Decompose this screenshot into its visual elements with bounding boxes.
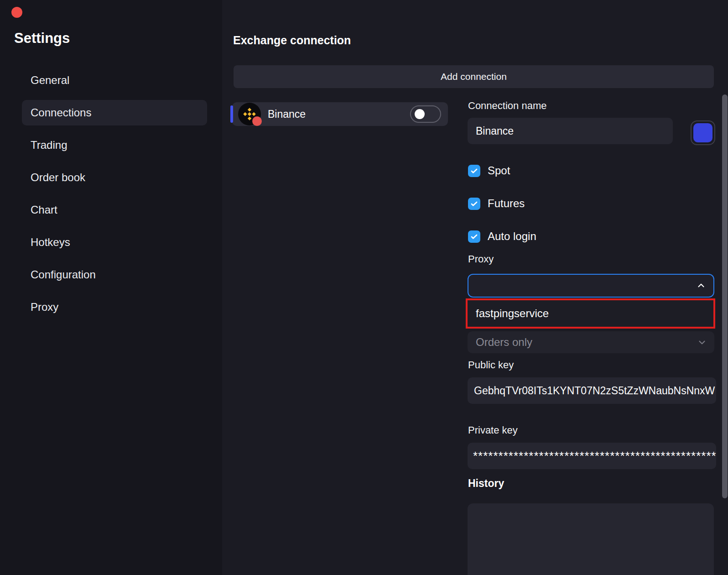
toggle-knob: [415, 109, 425, 119]
sidebar-nav: General Connections Trading Order book C…: [22, 68, 207, 320]
chevron-down-icon: [697, 337, 707, 347]
private-key-masked-value: ****************************************…: [473, 449, 716, 463]
sidebar: Settings General Connections Trading Ord…: [0, 0, 222, 575]
connection-name: Binance: [268, 108, 306, 120]
public-key-input[interactable]: GebhqTVr08ITs1KYNT07N2zS5tZzWNaubNsNnxW: [468, 377, 716, 404]
sidebar-item-connections[interactable]: Connections: [22, 100, 207, 125]
checked-checkbox-icon: [468, 230, 480, 243]
checkbox-label: Auto login: [488, 230, 536, 243]
private-key-input[interactable]: ****************************************…: [468, 443, 716, 469]
public-key-value: GebhqTVr08ITs1KYNT07N2zS5tZzWNaubNsNnxW: [474, 385, 715, 397]
settings-window: Settings General Connections Trading Ord…: [0, 0, 728, 575]
checked-checkbox-icon: [468, 165, 480, 177]
private-key-label: Private key: [468, 424, 518, 436]
sidebar-item-label: Trading: [31, 139, 67, 152]
annotation-red-box: fastpingservice: [466, 298, 715, 329]
checkbox-label: Futures: [488, 197, 525, 210]
connection-status-icon: [252, 116, 262, 126]
sidebar-item-chart[interactable]: Chart: [22, 197, 207, 223]
connection-color-picker[interactable]: [691, 120, 715, 145]
connection-name-input[interactable]: Binance: [468, 118, 673, 144]
connection-name-value: Binance: [476, 125, 514, 137]
add-connection-label: Add connection: [441, 71, 507, 82]
sidebar-item-order-book[interactable]: Order book: [22, 165, 207, 190]
binance-logo-icon: [238, 103, 261, 125]
window-close-icon[interactable]: [11, 7, 22, 18]
selected-indicator-bar: [230, 105, 233, 123]
connection-enable-toggle[interactable]: [410, 105, 441, 123]
proxy-select[interactable]: [468, 274, 714, 298]
sidebar-item-general[interactable]: General: [22, 68, 207, 93]
checkbox-auto-login[interactable]: Auto login: [468, 229, 536, 244]
sidebar-item-label: Chart: [31, 204, 57, 216]
checked-checkbox-icon: [468, 198, 480, 210]
add-connection-button[interactable]: Add connection: [234, 65, 714, 88]
page-title: Settings: [14, 30, 70, 47]
sidebar-item-label: Configuration: [31, 268, 96, 281]
connection-item-binance[interactable]: Binance: [232, 102, 448, 126]
orders-only-value: Orders only: [476, 336, 532, 349]
checkbox-futures[interactable]: Futures: [468, 196, 525, 211]
proxy-option-fastpingservice[interactable]: fastpingservice: [476, 307, 549, 320]
sidebar-item-hotkeys[interactable]: Hotkeys: [22, 230, 207, 255]
sidebar-item-trading[interactable]: Trading: [22, 132, 207, 158]
sidebar-item-label: Hotkeys: [31, 236, 70, 249]
sidebar-item-label: Proxy: [31, 301, 58, 314]
sidebar-item-label: General: [31, 74, 69, 87]
section-title: Exchange connection: [233, 34, 351, 47]
history-panel: [468, 503, 714, 575]
sidebar-item-configuration[interactable]: Configuration: [22, 262, 207, 288]
scrollbar-thumb[interactable]: [722, 94, 728, 498]
proxy-label: Proxy: [468, 253, 494, 265]
connection-name-label: Connection name: [468, 100, 546, 112]
orders-only-select[interactable]: Orders only: [468, 331, 714, 353]
history-label: History: [468, 477, 504, 490]
sidebar-item-label: Order book: [31, 171, 85, 184]
chevron-up-icon: [696, 281, 706, 291]
checkbox-label: Spot: [488, 164, 510, 177]
checkbox-spot[interactable]: Spot: [468, 163, 510, 178]
public-key-label: Public key: [468, 359, 514, 371]
color-swatch: [693, 123, 712, 142]
sidebar-item-proxy[interactable]: Proxy: [22, 294, 207, 320]
sidebar-item-label: Connections: [31, 106, 91, 119]
